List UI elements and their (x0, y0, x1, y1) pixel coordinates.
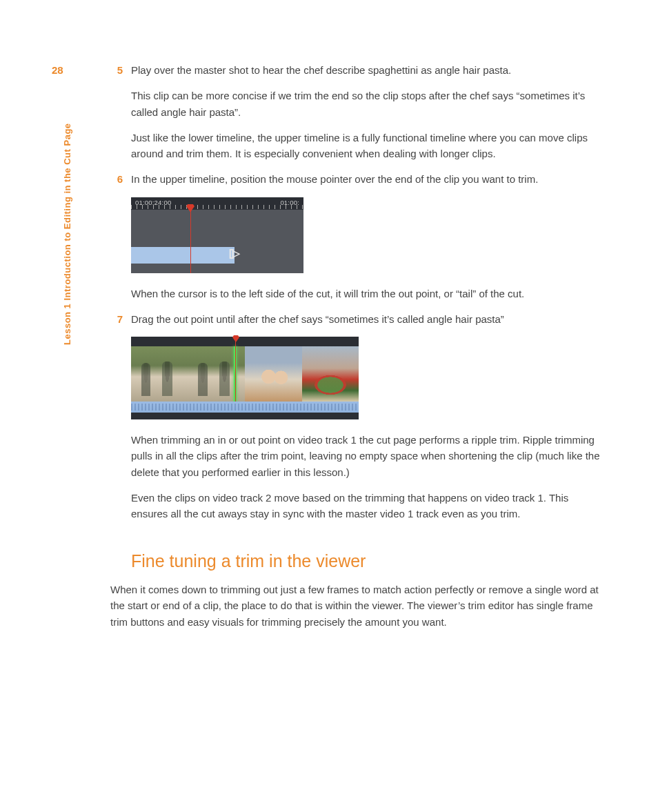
playhead-line-icon (235, 337, 236, 402)
filmstrip-ruler (131, 337, 359, 346)
step-5-para-1: Play over the master shot to hear the ch… (131, 62, 603, 78)
step-5-para-3: Just like the lower timeline, the upper … (131, 130, 603, 162)
trim-cursor-icon: []▷ (229, 246, 239, 261)
thumbnail-salad (302, 346, 359, 402)
step-7-after-para-2: Even the clips on video track 2 move bas… (131, 490, 603, 522)
filmstrip-audio-track (131, 402, 359, 413)
playhead-icon (190, 209, 191, 273)
thumbnail-hands (245, 346, 302, 402)
timeline-clip (131, 247, 235, 264)
figure-filmstrip (131, 337, 603, 419)
step-7-after-para-1: When trimming an in or out point on vide… (131, 432, 603, 480)
page-number: 28 (52, 62, 63, 78)
step-6-after-para: When the cursor is to the left side of t… (131, 286, 603, 301)
step-5: 5 Play over the master shot to hear the … (131, 62, 603, 161)
figure-upper-timeline: 01:00:24:00 01:00: []▷ (131, 197, 603, 273)
step-number: 5 (109, 62, 123, 78)
step-7: 7 Drag the out point until after the che… (131, 311, 603, 522)
section-body-para: When it comes down to trimming out just … (110, 582, 603, 630)
step-6: 6 In the upper timeline, position the mo… (131, 171, 603, 301)
filmstrip-thumbnails (131, 346, 359, 402)
step-6-para-1: In the upper timeline, position the mous… (131, 171, 603, 187)
step-5-para-2: This clip can be more concise if we trim… (131, 88, 603, 120)
side-lesson-label: Lesson 1 Introduction to Editing in the … (61, 123, 74, 345)
thumbnail-kitchen-1 (131, 346, 188, 402)
section-heading: Fine tuning a trim in the viewer (131, 548, 603, 575)
step-7-para-1: Drag the out point until after the chef … (131, 311, 603, 327)
ruler-ticks (131, 205, 303, 209)
timeline-body: []▷ (131, 210, 303, 273)
filmstrip-footer (131, 413, 359, 419)
document-page: 28 Lesson 1 Introduction to Editing in t… (0, 0, 658, 812)
timeline-widget: 01:00:24:00 01:00: []▷ (131, 197, 303, 273)
page-content: 5 Play over the master shot to hear the … (131, 62, 603, 630)
filmstrip-widget (131, 337, 359, 419)
step-number: 7 (109, 311, 123, 327)
timeline-ruler: 01:00:24:00 01:00: (131, 197, 303, 210)
step-number: 6 (109, 171, 123, 187)
